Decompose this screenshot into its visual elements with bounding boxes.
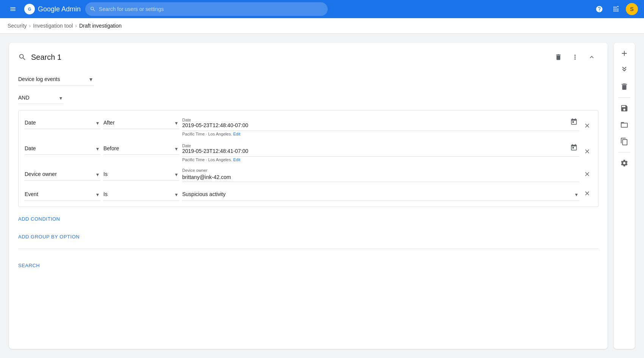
condition-2-remove-button[interactable] (582, 146, 592, 158)
more-options-button[interactable] (568, 50, 582, 64)
condition-1-value-wrapper: Date 2019-05-23T12:48:40-07:00 Pacific T… (182, 117, 579, 136)
search-card-header: Search 1 (18, 50, 599, 64)
sidebar-divider-2 (618, 152, 630, 153)
condition-1-operator[interactable]: After Before Is ▾ (103, 117, 179, 129)
breadcrumb-sep-1: › (29, 23, 31, 29)
user-avatar[interactable]: S (626, 3, 638, 15)
condition-3-operator[interactable]: Is Is not ▾ (103, 168, 179, 181)
condition-2-field-select[interactable]: Date Device owner Event (25, 142, 100, 155)
condition-1-calendar-button[interactable] (569, 117, 579, 129)
condition-1-date-label: Date (182, 118, 569, 122)
search-icon (18, 53, 27, 61)
condition-1-operator-select[interactable]: After Before Is (103, 117, 179, 129)
condition-1-date-value: 2019-05-23T12:48:40-07:00 (182, 122, 569, 128)
data-source-section: Device log events Admin log events Gmail… (18, 73, 599, 86)
condition-1-field[interactable]: Date Device owner Event ▾ (25, 117, 100, 129)
data-source-field[interactable]: Device log events Admin log events Gmail… (18, 73, 94, 86)
condition-row-4: Event Date Device owner ▾ Is Is not ▾ Su (25, 188, 592, 201)
condition-1-edit-link[interactable]: Edit (233, 132, 241, 136)
help-icon-button[interactable] (592, 2, 606, 16)
condition-3-value-label: Device owner (182, 168, 579, 173)
condition-4-remove-button[interactable] (582, 188, 592, 200)
condition-3-value-input[interactable] (182, 173, 579, 182)
header-actions (552, 50, 599, 64)
condition-3-field[interactable]: Device owner Date Event ▾ (25, 168, 100, 181)
condition-2-value-wrapper: Date 2019-05-23T12:48:41-07:00 Pacific T… (182, 142, 579, 162)
breadcrumb-sep-2: › (75, 23, 77, 29)
apps-icon-button[interactable] (609, 2, 623, 16)
condition-3-remove-button[interactable] (582, 169, 592, 181)
condition-2-operator[interactable]: Before After Is ▾ (103, 142, 179, 155)
svg-text:G: G (28, 7, 31, 11)
condition-2-calendar-button[interactable] (569, 142, 579, 155)
condition-4-field-select[interactable]: Event Date Device owner (25, 188, 100, 201)
search-title: Search 1 (31, 53, 61, 62)
app-logo: G Google Admin (24, 4, 81, 14)
search-card: Search 1 (9, 43, 608, 349)
sidebar-copy-button[interactable] (617, 134, 632, 149)
search-title-area: Search 1 (18, 53, 61, 62)
condition-3-value-container[interactable]: Device owner (182, 168, 579, 182)
condition-3-field-select[interactable]: Device owner Date Event (25, 168, 100, 181)
sidebar-open-button[interactable] (617, 117, 632, 132)
condition-row-1: Date Device owner Event ▾ After Before I… (25, 117, 592, 136)
add-condition-section: ADD CONDITION (18, 213, 599, 225)
nav-right: S (592, 2, 638, 16)
main-content: Search 1 (0, 34, 644, 358)
global-search[interactable] (85, 2, 328, 16)
breadcrumb: Security › Investigation tool › Draft in… (0, 18, 644, 34)
condition-1-date-row: Date 2019-05-23T12:48:40-07:00 (182, 117, 579, 131)
condition-2-field[interactable]: Date Device owner Event ▾ (25, 142, 100, 155)
condition-4-value-select[interactable]: Suspicious activity Failed password Devi… (182, 188, 579, 201)
right-sidebar (614, 43, 635, 349)
condition-4-field[interactable]: Event Date Device owner ▾ (25, 188, 100, 201)
sidebar-collapse-all-button[interactable] (617, 62, 632, 78)
condition-2-edit-link[interactable]: Edit (233, 157, 241, 162)
condition-2-operator-select[interactable]: Before After Is (103, 142, 179, 155)
condition-1-date-sub: Pacific Time · Los Angeles. Edit (182, 132, 579, 136)
sidebar-settings-button[interactable] (617, 156, 632, 171)
conditions-container: Date Device owner Event ▾ After Before I… (18, 110, 599, 207)
sidebar-save-button[interactable] (617, 101, 632, 116)
top-nav: G Google Admin S (0, 0, 644, 18)
data-source-select[interactable]: Device log events Admin log events Gmail… (18, 73, 94, 86)
condition-3-operator-select[interactable]: Is Is not (103, 168, 179, 181)
condition-1-remove-button[interactable] (582, 121, 592, 132)
delete-button[interactable] (552, 50, 565, 64)
operator-select-field[interactable]: AND OR ▾ (18, 92, 64, 104)
condition-2-date-label: Date (182, 143, 569, 148)
sidebar-divider-1 (618, 97, 630, 98)
operator-section: AND OR ▾ (18, 92, 599, 104)
sidebar-delete-all-button[interactable] (617, 79, 632, 94)
condition-4-operator[interactable]: Is Is not ▾ (103, 188, 179, 201)
menu-icon[interactable] (6, 2, 20, 16)
add-condition-button[interactable]: ADD CONDITION (18, 213, 60, 225)
search-action-section: SEARCH (18, 249, 599, 271)
add-group-section: ADD GROUP BY OPTION (18, 231, 599, 243)
condition-4-operator-select[interactable]: Is Is not (103, 188, 179, 201)
condition-1-field-select[interactable]: Date Device owner Event (25, 117, 100, 129)
condition-2-date-value: 2019-05-23T12:48:41-07:00 (182, 148, 569, 154)
app-title: Google Admin (38, 5, 81, 13)
condition-2-date-sub: Pacific Time · Los Angeles. Edit (182, 157, 579, 162)
operator-select[interactable]: AND OR (18, 92, 64, 104)
condition-row-3: Device owner Date Event ▾ Is Is not ▾ De… (25, 168, 592, 182)
breadcrumb-current: Draft investigation (79, 23, 122, 29)
condition-2-date-row: Date 2019-05-23T12:48:41-07:00 (182, 142, 579, 157)
search-input[interactable] (99, 6, 323, 12)
add-group-button[interactable]: ADD GROUP BY OPTION (18, 231, 80, 243)
collapse-button[interactable] (585, 50, 599, 64)
breadcrumb-investigation-tool[interactable]: Investigation tool (33, 23, 73, 29)
condition-4-value-container[interactable]: Suspicious activity Failed password Devi… (182, 188, 579, 201)
sidebar-add-button[interactable] (617, 46, 632, 61)
search-button[interactable]: SEARCH (18, 260, 40, 271)
condition-row-2: Date Device owner Event ▾ Before After I… (25, 142, 592, 162)
breadcrumb-security[interactable]: Security (8, 23, 27, 29)
